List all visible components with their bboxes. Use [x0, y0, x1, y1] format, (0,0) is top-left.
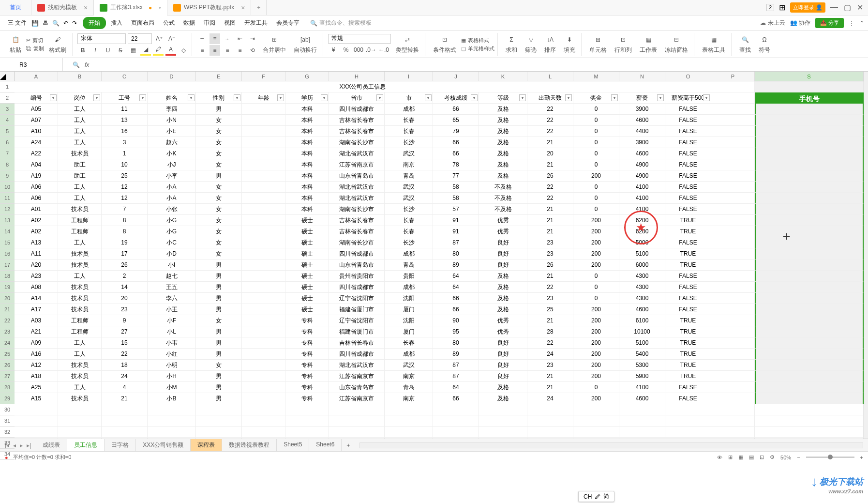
data-cell[interactable]: 4100 — [619, 193, 665, 204]
empty-cell[interactable] — [385, 438, 433, 439]
menu-页面布局[interactable]: 页面布局 — [127, 17, 158, 29]
data-cell[interactable]: 工程师 — [58, 326, 102, 337]
empty-cell[interactable] — [285, 427, 329, 438]
data-cell[interactable]: 长沙 — [385, 237, 433, 248]
data-cell[interactable]: 辽宁省沈阳市 — [329, 315, 385, 326]
data-cell[interactable]: 200 — [573, 248, 619, 259]
empty-cell[interactable] — [285, 438, 329, 439]
data-cell[interactable]: A24 — [15, 137, 58, 148]
data-cell[interactable]: 女 — [196, 148, 242, 159]
row-header-21[interactable]: 21 — [0, 304, 15, 315]
data-cell[interactable]: 本科 — [285, 182, 329, 193]
data-cell[interactable]: 23 — [102, 304, 148, 315]
data-cell[interactable]: A22 — [15, 148, 58, 159]
data-cell[interactable]: 长春 — [385, 226, 433, 237]
empty-cell[interactable] — [755, 415, 864, 427]
data-cell[interactable]: 19 — [102, 237, 148, 248]
empty-cell[interactable] — [58, 427, 102, 438]
data-cell[interactable]: 22 — [527, 282, 573, 293]
header-cell-9[interactable]: 考核成绩▾ — [433, 92, 479, 104]
data-cell[interactable]: 辽宁省沈阳市 — [329, 293, 385, 304]
data-cell[interactable]: 女 — [196, 215, 242, 226]
row-header-12[interactable]: 12 — [0, 204, 15, 215]
data-cell[interactable] — [711, 315, 755, 326]
data-cell[interactable]: 5100 — [619, 248, 665, 259]
data-cell[interactable]: 22 — [102, 349, 148, 360]
data-cell[interactable]: FALSE — [665, 382, 711, 393]
indent-left-icon[interactable]: ⇤ — [235, 33, 245, 44]
data-cell[interactable] — [711, 104, 755, 115]
data-cell[interactable]: 20 — [527, 148, 573, 159]
data-cell[interactable]: 青岛 — [385, 382, 433, 393]
data-cell[interactable] — [711, 337, 755, 349]
data-cell[interactable]: 工人 — [58, 126, 102, 137]
row-header-27[interactable]: 27 — [0, 371, 15, 382]
data-cell[interactable]: 助工 — [58, 159, 102, 170]
currency-icon[interactable]: ¥ — [328, 45, 339, 55]
data-cell[interactable]: 武汉 — [385, 148, 433, 159]
data-cell[interactable]: 硕士 — [285, 282, 329, 293]
border-button[interactable]: ▦ — [128, 45, 138, 56]
data-cell[interactable]: 及格 — [479, 104, 527, 115]
data-cell[interactable]: 男 — [196, 304, 242, 315]
data-cell[interactable]: A11 — [15, 248, 58, 259]
data-cell[interactable]: A06 — [15, 182, 58, 193]
data-cell[interactable]: 女 — [196, 315, 242, 326]
empty-cell[interactable] — [196, 427, 242, 438]
data-cell[interactable] — [242, 360, 285, 371]
data-cell[interactable]: 小B — [148, 393, 196, 404]
worksheet-button[interactable]: ▦工作表 — [637, 33, 660, 55]
data-cell[interactable] — [711, 204, 755, 215]
data-cell[interactable]: 不及格 — [479, 193, 527, 204]
data-cell[interactable] — [711, 304, 755, 315]
data-cell[interactable]: 良好 — [479, 237, 527, 248]
data-cell[interactable] — [242, 182, 285, 193]
data-cell[interactable]: 91 — [433, 226, 479, 237]
data-cell[interactable]: 及格 — [479, 382, 527, 393]
data-cell[interactable] — [711, 215, 755, 226]
data-cell[interactable]: 不及格 — [479, 204, 527, 215]
data-cell[interactable]: 及格 — [479, 137, 527, 148]
data-cell[interactable]: 4300 — [619, 293, 665, 304]
col-header-M[interactable]: M — [573, 72, 619, 81]
empty-cell[interactable] — [58, 438, 102, 439]
data-cell[interactable] — [242, 159, 285, 170]
header-cell-6[interactable]: 学历▾ — [285, 92, 329, 104]
data-cell[interactable]: 男 — [196, 104, 242, 115]
data-cell[interactable]: 王五 — [148, 282, 196, 293]
empty-cell[interactable] — [285, 415, 329, 427]
data-cell[interactable]: A21 — [15, 326, 58, 337]
data-cell[interactable]: 21 — [527, 159, 573, 170]
col-header-P[interactable]: P — [711, 72, 755, 81]
data-cell[interactable]: A05 — [15, 104, 58, 115]
data-cell[interactable]: 11 — [102, 104, 148, 115]
data-cell[interactable]: 小红 — [148, 349, 196, 360]
data-cell[interactable]: 25 — [102, 170, 148, 182]
share-button[interactable]: 📤 分享 — [815, 18, 844, 28]
data-cell[interactable] — [242, 315, 285, 326]
data-cell[interactable]: 女 — [196, 248, 242, 259]
data-cell[interactable] — [711, 382, 755, 393]
empty-cell[interactable] — [329, 438, 385, 439]
data-cell[interactable]: 技术员 — [58, 360, 102, 371]
data-cell[interactable]: 女 — [196, 237, 242, 248]
preview-icon[interactable]: 🔍 — [52, 20, 60, 27]
data-cell[interactable]: 长沙 — [385, 204, 433, 215]
col-header-I[interactable]: I — [385, 72, 433, 81]
empty-cell[interactable] — [15, 438, 58, 439]
data-cell[interactable]: 男 — [196, 349, 242, 360]
empty-cell[interactable] — [385, 404, 433, 415]
data-cell[interactable]: A08 — [15, 282, 58, 293]
zoom-out-icon[interactable]: − — [797, 455, 800, 460]
data-cell[interactable]: TRUE — [665, 315, 711, 326]
data-cell[interactable]: 89 — [433, 349, 479, 360]
data-cell[interactable]: 男 — [196, 371, 242, 382]
data-cell[interactable]: 本科 — [285, 104, 329, 115]
data-cell[interactable] — [711, 360, 755, 371]
settings-icon[interactable]: ⚙ — [770, 454, 775, 460]
bold-button[interactable]: B — [77, 45, 88, 56]
data-cell[interactable]: 23 — [527, 248, 573, 259]
increase-font-icon[interactable]: A⁺ — [154, 33, 165, 44]
filter-dropdown-icon[interactable]: ▾ — [703, 94, 710, 101]
data-cell[interactable]: 10100 — [619, 326, 665, 337]
